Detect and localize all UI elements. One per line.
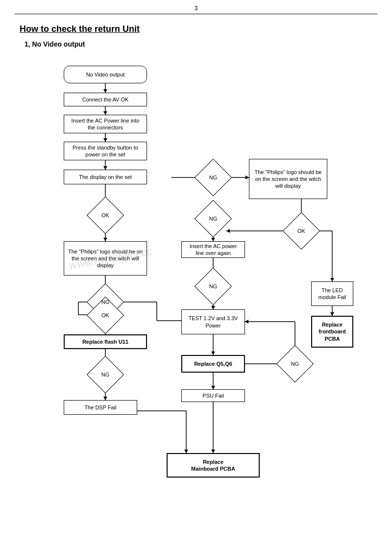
diamond-ng2: NG: [200, 205, 226, 232]
svg-marker-58: [211, 386, 215, 389]
svg-marker-13: [245, 176, 249, 179]
diamond-ng6-label: NG: [291, 361, 299, 367]
box-test-power: TEST 1.2V and 3.3V Power: [181, 309, 245, 334]
svg-marker-7: [103, 166, 107, 170]
box-led-module: The LED module Fail: [311, 281, 353, 306]
box-philips-left: The "Philips" logo should be on the scre…: [64, 241, 147, 276]
svg-marker-5: [103, 138, 107, 142]
svg-marker-60: [211, 450, 215, 453]
page-title: How to check the return Unit: [20, 24, 372, 34]
box-replace-frontboard: Replace frontboard PCBA: [311, 316, 353, 348]
box-dsp-fail: The DSP Fail: [64, 400, 137, 415]
main-content: How to check the return Unit 1, No Video…: [0, 14, 392, 531]
box-no-video: No Video output: [64, 66, 147, 83]
diamond-ok3: OK: [92, 302, 119, 328]
svg-marker-50: [211, 352, 215, 355]
diamond-ng6: NG: [282, 351, 308, 377]
diamond-ng4-label: NG: [101, 299, 110, 305]
diamond-ng3: NG: [200, 273, 226, 300]
svg-marker-56: [245, 320, 248, 324]
box-psu-fail: PSU Fail: [181, 389, 245, 402]
diamond-ng5-label: NG: [101, 372, 110, 378]
box-insert-ac-again: Insert the AC power line over again: [181, 241, 245, 258]
box-display-on-set: The display on the set: [64, 170, 147, 184]
diamond-ok3-label: OK: [101, 312, 109, 318]
svg-marker-28: [103, 238, 107, 241]
box-connect-av: Connect the AV OK: [64, 93, 147, 106]
svg-marker-1: [103, 89, 107, 93]
svg-marker-3: [103, 111, 107, 115]
svg-marker-26: [211, 306, 215, 309]
diamond-ok2-label: OK: [297, 228, 305, 234]
box-insert-ac: Insert the AC Power line into the connec…: [64, 115, 147, 133]
diamond-ng2-label: NG: [209, 216, 218, 222]
flowchart: No Video output Connect the AV OK Insert…: [20, 56, 372, 522]
svg-marker-22: [211, 238, 215, 241]
diamond-ok1: OK: [92, 202, 119, 228]
svg-marker-17: [226, 229, 230, 233]
diamond-ok1-label: OK: [101, 212, 109, 218]
diamond-ok2: OK: [288, 218, 315, 244]
box-replace-mainboard: Replace Mainboard PCBA: [167, 453, 260, 478]
box-philips-right: The "Philips" logo should be on the scre…: [249, 159, 327, 199]
diamond-ng5: NG: [92, 361, 119, 388]
svg-marker-20: [330, 278, 334, 281]
page-number: 3: [0, 0, 392, 12]
svg-marker-45: [103, 397, 107, 400]
svg-marker-62: [330, 312, 334, 316]
diamond-ng3-label: NG: [209, 283, 218, 289]
diamond-ng1-label: NG: [209, 175, 218, 180]
box-replace-flash: Replace flash U11: [64, 334, 147, 349]
box-replace-q5q6: Replace Q5,Q6: [181, 355, 245, 373]
section-title: 1, No Video output: [24, 40, 372, 48]
diamond-ng1: NG: [200, 164, 226, 191]
svg-marker-48: [184, 450, 188, 453]
box-press-standby: Press the standby button to power on the…: [64, 142, 147, 160]
